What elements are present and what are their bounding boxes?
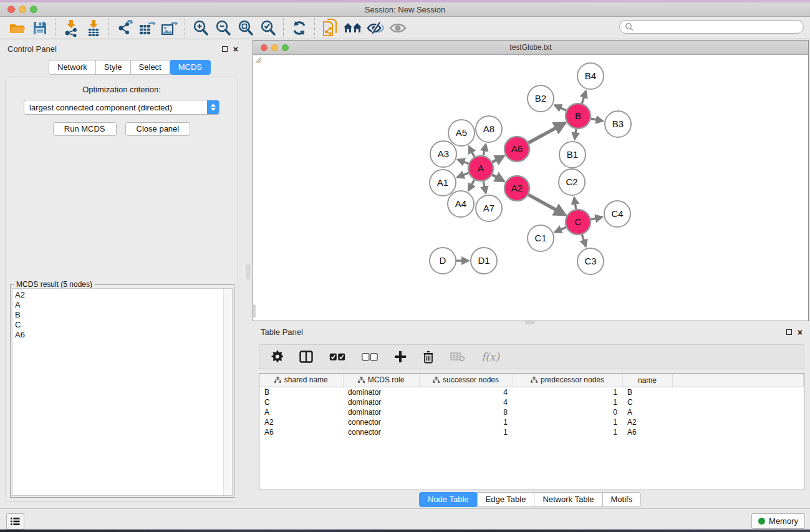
table-cell[interactable] bbox=[672, 387, 804, 398]
edge-A-A1[interactable] bbox=[457, 173, 468, 177]
node-D[interactable]: D bbox=[430, 248, 456, 274]
edge-B-B1[interactable] bbox=[575, 129, 576, 139]
table-cell[interactable]: connector bbox=[343, 417, 419, 427]
show-panels-button[interactable] bbox=[6, 513, 24, 530]
network-canvas[interactable]: B4B2BB3A5A8A6A3B1AA1C2A2A4A7C4CC1C3DD1 bbox=[253, 55, 808, 321]
mcds-result-list[interactable]: A2ABCA6 bbox=[12, 288, 233, 496]
create-column-button[interactable] bbox=[394, 351, 407, 363]
zoom-fit-button[interactable] bbox=[234, 19, 257, 37]
node-A5[interactable]: A5 bbox=[448, 120, 475, 146]
table-close-panel-icon[interactable]: × bbox=[798, 329, 803, 336]
column-header[interactable]: predecessor nodes bbox=[513, 374, 622, 387]
close-panel-button[interactable]: Close panel bbox=[125, 122, 191, 136]
edge-A-A2[interactable] bbox=[492, 175, 504, 181]
tab-mcds[interactable]: MCDS bbox=[170, 60, 211, 75]
table-row[interactable]: A2connector11A2 bbox=[259, 417, 804, 427]
table-cell[interactable]: 1 bbox=[513, 387, 622, 398]
table-cell[interactable] bbox=[672, 407, 804, 417]
column-header[interactable]: MCDS role bbox=[343, 374, 419, 387]
search-input[interactable] bbox=[634, 22, 803, 32]
table-cell[interactable]: A6 bbox=[622, 427, 672, 437]
node-C[interactable]: C bbox=[566, 210, 591, 235]
node-A8[interactable]: A8 bbox=[476, 116, 502, 142]
table-cell[interactable]: B bbox=[622, 387, 672, 398]
zoom-selected-button[interactable] bbox=[257, 19, 279, 37]
export-image-button[interactable] bbox=[158, 19, 181, 37]
node-A3[interactable]: A3 bbox=[430, 141, 456, 167]
export-table-button[interactable] bbox=[136, 19, 158, 37]
mcds-result-item[interactable]: A bbox=[15, 300, 232, 310]
vertical-splitter-handle[interactable] bbox=[246, 264, 250, 279]
node-C3[interactable]: C3 bbox=[577, 248, 604, 274]
table-cell[interactable]: A bbox=[259, 407, 343, 417]
table-row[interactable]: Cdominator41C bbox=[259, 397, 804, 407]
mcds-result-item[interactable]: A2 bbox=[15, 290, 232, 300]
result-list-scrollbar[interactable] bbox=[223, 289, 232, 495]
network-window-titlebar[interactable]: testGlobe.txt bbox=[253, 41, 808, 55]
table-cell[interactable]: A bbox=[622, 407, 672, 417]
table-float-panel-icon[interactable] bbox=[786, 329, 792, 335]
node-C2[interactable]: C2 bbox=[559, 169, 585, 195]
edge-B-B3[interactable] bbox=[591, 118, 603, 121]
table-cell[interactable]: B bbox=[259, 387, 343, 398]
edge-C-C2[interactable] bbox=[574, 198, 576, 210]
node-B1[interactable]: B1 bbox=[559, 142, 586, 168]
edge-B-B2[interactable] bbox=[555, 105, 566, 111]
edge-C-C4[interactable] bbox=[591, 217, 602, 220]
mcds-result-item[interactable]: A6 bbox=[15, 330, 232, 340]
table-cell[interactable]: 4 bbox=[419, 397, 513, 407]
tab-select[interactable]: Select bbox=[130, 60, 170, 75]
table-cell[interactable]: A2 bbox=[259, 417, 343, 427]
table-cell[interactable]: dominator bbox=[343, 387, 419, 398]
table-settings-button[interactable] bbox=[271, 351, 283, 363]
network-file-button[interactable] bbox=[319, 19, 342, 37]
search-field[interactable] bbox=[619, 20, 804, 34]
save-session-button[interactable] bbox=[29, 19, 51, 37]
node-C1[interactable]: C1 bbox=[528, 225, 554, 251]
table-cell[interactable]: 1 bbox=[419, 417, 513, 427]
tab-edge-table[interactable]: Edge Table bbox=[477, 492, 535, 507]
zoom-out-button[interactable] bbox=[212, 19, 234, 37]
table-cell[interactable]: 4 bbox=[419, 387, 513, 398]
mcds-result-item[interactable]: C bbox=[15, 320, 232, 330]
edge-A2-C[interactable] bbox=[528, 195, 565, 215]
column-header[interactable] bbox=[672, 374, 804, 387]
tab-network[interactable]: Network bbox=[49, 60, 96, 75]
window-titlebar[interactable]: Session: New Session bbox=[0, 2, 810, 17]
tab-node-table[interactable]: Node Table bbox=[419, 492, 478, 507]
table-cell[interactable]: 1 bbox=[513, 417, 622, 427]
column-header[interactable]: shared name bbox=[259, 374, 343, 387]
refresh-network-button[interactable] bbox=[288, 19, 311, 37]
delete-column-button[interactable] bbox=[423, 351, 434, 364]
import-table-button[interactable] bbox=[82, 19, 105, 37]
table-cell[interactable] bbox=[672, 427, 804, 437]
open-session-button[interactable] bbox=[6, 19, 29, 37]
edge-A-A3[interactable] bbox=[458, 160, 468, 164]
edge-A6-B[interactable] bbox=[528, 123, 564, 143]
hide-selected-button[interactable] bbox=[364, 19, 387, 37]
table-cell[interactable]: C bbox=[622, 397, 672, 407]
tab-motifs[interactable]: Motifs bbox=[602, 492, 642, 507]
close-panel-icon[interactable]: × bbox=[233, 46, 238, 52]
delete-table-button[interactable] bbox=[450, 352, 465, 362]
float-panel-icon[interactable] bbox=[222, 46, 228, 52]
table-cell[interactable] bbox=[672, 417, 804, 427]
node-A[interactable]: A bbox=[468, 156, 493, 181]
node-D1[interactable]: D1 bbox=[471, 248, 497, 274]
edge-A-A6[interactable] bbox=[493, 156, 504, 162]
table-cell[interactable]: 1 bbox=[513, 427, 622, 437]
edge-A-A5[interactable] bbox=[469, 147, 475, 157]
edge-B-B4[interactable] bbox=[582, 91, 586, 104]
show-all-button[interactable] bbox=[387, 19, 409, 37]
select-all-button[interactable] bbox=[329, 353, 345, 361]
edge-A-A7[interactable] bbox=[483, 181, 486, 193]
resize-grip-icon[interactable] bbox=[253, 55, 262, 64]
memory-button[interactable]: Memory bbox=[751, 513, 805, 529]
table-cell[interactable]: C bbox=[259, 397, 343, 407]
table-cell[interactable]: A2 bbox=[622, 417, 672, 427]
edge-A-A4[interactable] bbox=[468, 180, 474, 190]
tab-network-table[interactable]: Network Table bbox=[534, 492, 602, 507]
home-button[interactable] bbox=[342, 19, 364, 37]
table-cell[interactable]: dominator bbox=[343, 397, 419, 407]
export-network-button[interactable] bbox=[113, 19, 136, 37]
